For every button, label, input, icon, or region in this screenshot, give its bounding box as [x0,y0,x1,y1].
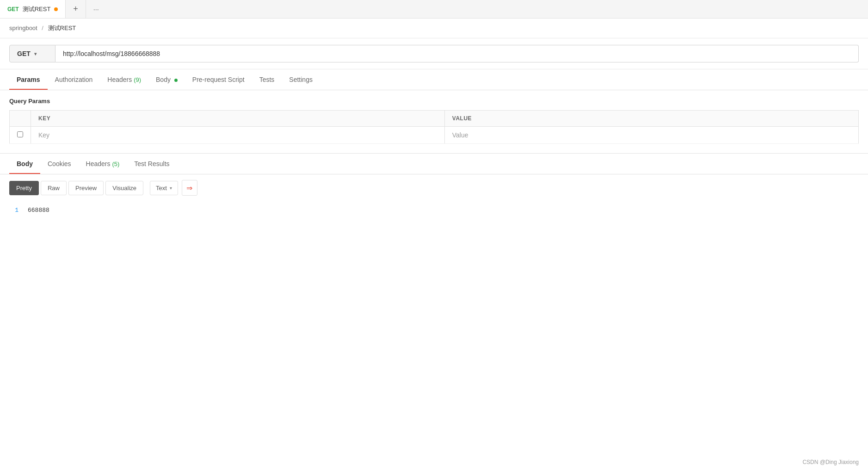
text-format-value: Text [156,185,167,192]
tab-authorization[interactable]: Authorization [48,69,100,90]
tab-name: 测试REST [23,5,51,13]
headers-badge: (9) [134,76,141,83]
tab-prerequest[interactable]: Pre-request Script [185,69,252,90]
text-format-select[interactable]: Text ▾ [150,181,178,195]
response-toolbar: Pretty Raw Preview Visualize Text ▾ ⇒ [0,174,868,201]
table-row: Key Value [10,127,859,144]
tab-bar: GET 测试REST + ··· [0,0,868,19]
method-select[interactable]: GET ▾ [9,45,55,62]
body-active-dot [174,79,178,82]
breadcrumb-parent[interactable]: springboot [9,25,37,31]
resp-tab-headers[interactable]: Headers (5) [79,154,127,174]
tab-settings[interactable]: Settings [282,69,320,90]
url-input[interactable] [55,45,859,62]
value-cell[interactable]: Value [444,127,858,144]
request-tabs: Params Authorization Headers (9) Body Pr… [0,69,868,90]
resp-tab-cookies[interactable]: Cookies [40,154,79,174]
value-col-header: VALUE [444,111,858,127]
method-arrow: ▾ [34,51,37,56]
tab-method: GET [7,6,19,12]
tab-unsaved-dot [54,7,58,11]
row-checkbox[interactable] [17,131,23,137]
key-cell[interactable]: Key [31,127,445,144]
tab-tests[interactable]: Tests [252,69,282,90]
row-checkbox-cell [10,127,31,144]
response-line-1: 1 668888 [9,206,859,215]
resp-headers-badge: (5) [112,161,119,167]
text-format-arrow: ▾ [170,186,172,191]
wrap-icon: ⇒ [186,184,192,192]
params-table: KEY VALUE Key Value [9,110,859,144]
new-tab-button[interactable]: + [66,0,86,18]
resp-tab-body[interactable]: Body [9,154,40,174]
tab-body[interactable]: Body [148,69,185,90]
tab-params[interactable]: Params [9,69,48,90]
more-tabs-button[interactable]: ··· [86,0,106,18]
checkbox-col-header [10,111,31,127]
visualize-button[interactable]: Visualize [105,181,143,195]
footer: CSDN @Ding Jiaxiong [802,459,859,465]
line-number-1: 1 [9,207,18,214]
response-section: Body Cookies Headers (5) Test Results Pr… [0,153,868,219]
key-col-header: KEY [31,111,445,127]
preview-button[interactable]: Preview [68,181,104,195]
raw-button[interactable]: Raw [41,181,67,195]
response-tabs: Body Cookies Headers (5) Test Results [0,154,868,174]
pretty-button[interactable]: Pretty [9,181,39,195]
response-body: 1 668888 [0,201,868,219]
breadcrumb-current: 测试REST [48,25,76,31]
word-wrap-button[interactable]: ⇒ [182,180,197,196]
breadcrumb: springboot / 测试REST [0,19,868,38]
query-params-title: Query Params [9,98,859,105]
tab-headers[interactable]: Headers (9) [100,69,148,90]
method-value: GET [17,50,31,57]
query-params-section: Query Params KEY VALUE Key Value [0,90,868,144]
line-content-1: 668888 [28,207,49,214]
url-bar: GET ▾ [0,38,868,69]
breadcrumb-separator: / [42,25,43,31]
active-tab[interactable]: GET 测试REST [0,0,66,18]
resp-tab-testresults[interactable]: Test Results [127,154,177,174]
footer-text: CSDN @Ding Jiaxiong [802,459,859,465]
